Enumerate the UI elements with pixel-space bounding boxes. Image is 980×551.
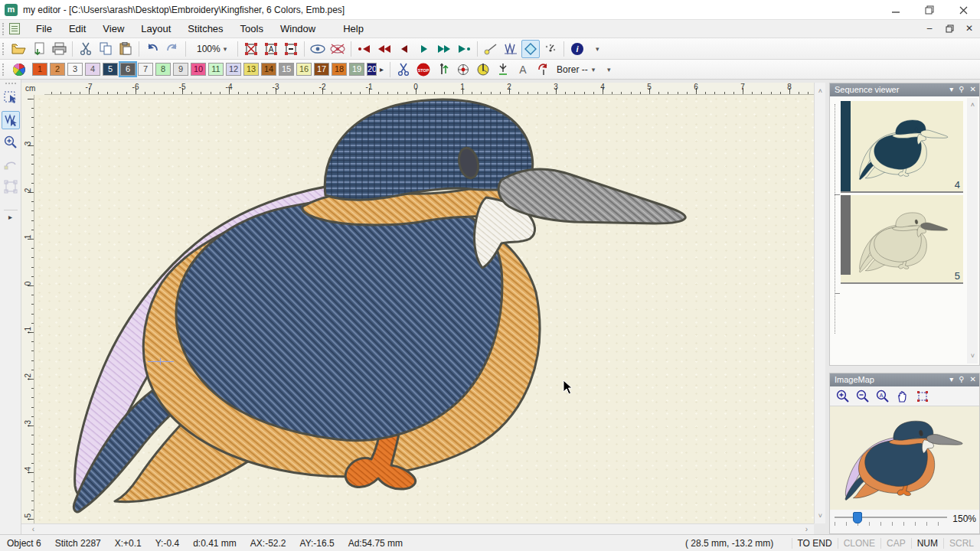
transform-tool-button[interactable] (2, 178, 20, 196)
toolbar-overflow-button[interactable]: ▾ (588, 40, 606, 58)
measure-tool-button[interactable] (482, 40, 500, 58)
hoop-minus-button[interactable] (282, 40, 300, 58)
borer-dropdown[interactable]: Borer --▾ (553, 64, 599, 75)
imagemap-preview[interactable] (830, 406, 979, 510)
color-wheel-icon[interactable] (10, 60, 28, 79)
undo-button[interactable] (143, 40, 162, 58)
mdi-minimize-button[interactable]: – (922, 21, 937, 35)
lefttools-grip[interactable] (5, 83, 16, 84)
pan-hand-icon[interactable] (896, 390, 910, 403)
canvas-vertical-scrollbar[interactable]: ˄ ˅ (814, 83, 825, 523)
back-one-button[interactable] (395, 40, 413, 58)
thread-color-17[interactable]: 17 (314, 63, 329, 76)
go-end-button[interactable] (455, 40, 473, 58)
rotate-button[interactable] (534, 60, 552, 79)
zoom-in-icon[interactable] (836, 390, 850, 403)
thread-color-5[interactable]: 5 (103, 63, 118, 76)
mode-clone[interactable]: CLONE (838, 538, 880, 549)
sequin-button[interactable] (474, 60, 492, 79)
trim-button[interactable] (394, 60, 413, 79)
stitch-select-tool-button[interactable] (2, 111, 20, 129)
menu-layout[interactable]: Layout (132, 21, 179, 37)
thread-color-4[interactable]: 4 (85, 63, 100, 76)
hide-stitches-eye-button[interactable] (328, 40, 347, 58)
shape-view-button[interactable] (521, 40, 540, 58)
zoom-tool-button[interactable] (2, 133, 20, 152)
scroll-left-arrow[interactable]: ‹ (28, 524, 39, 535)
thread-color-13[interactable]: 13 (243, 63, 259, 76)
go-start-button[interactable] (355, 40, 374, 58)
scroll-up-arrow[interactable]: ˄ (815, 86, 826, 97)
stitch-density-button[interactable] (501, 40, 520, 58)
print-button[interactable] (50, 40, 68, 58)
mdi-close-button[interactable]: ✕ (962, 21, 977, 35)
back-fast-button[interactable] (375, 40, 394, 58)
pin-icon[interactable]: ⚲ (959, 85, 964, 93)
menu-view[interactable]: View (94, 21, 132, 37)
close-icon[interactable]: ✕ (970, 375, 976, 383)
hoop-x-button[interactable] (242, 40, 260, 58)
mode-to-end[interactable]: TO END (792, 538, 838, 549)
canvas-horizontal-scrollbar[interactable]: ‹ › (21, 523, 814, 534)
sequence-item-5[interactable]: 5 (841, 195, 963, 284)
thread-color-20[interactable]: 20 (367, 63, 377, 76)
scroll-up-arrow[interactable]: ˄ (967, 99, 978, 111)
panel-menu-icon[interactable]: ▾ (949, 375, 953, 383)
menu-window[interactable]: Window (272, 21, 324, 37)
thread-color-12[interactable]: 12 (226, 63, 241, 76)
mode-scrl[interactable]: SCRL (943, 538, 979, 549)
palette-more-arrow[interactable]: ▸ (380, 65, 384, 73)
thread-color-7[interactable]: 7 (138, 63, 153, 76)
palette-overflow-button[interactable]: ▾ (599, 60, 618, 79)
thread-color-2[interactable]: 2 (50, 63, 65, 76)
select-tool-button[interactable] (2, 89, 20, 107)
scroll-down-arrow[interactable]: ˅ (967, 350, 978, 362)
close-icon[interactable]: ✕ (970, 85, 976, 93)
open-file-button[interactable] (10, 40, 28, 58)
restore-button[interactable] (913, 0, 946, 20)
needle-down-button[interactable] (494, 60, 512, 79)
thread-color-18[interactable]: 18 (332, 63, 347, 76)
mode-cap[interactable]: CAP (880, 538, 911, 549)
info-button[interactable]: i (568, 40, 586, 58)
menu-stitches[interactable]: Stitches (179, 21, 231, 37)
panel-menu-icon[interactable]: ▾ (949, 85, 953, 93)
imagemap-titlebar[interactable]: ImageMap ▾ ⚲ ✕ (830, 373, 979, 386)
menu-help[interactable]: Help (335, 21, 372, 37)
zoom-out-icon[interactable] (856, 390, 870, 403)
close-button[interactable] (946, 0, 980, 20)
thread-color-14[interactable]: 14 (261, 63, 276, 76)
thread-color-11[interactable]: 11 (208, 63, 224, 76)
design-canvas[interactable] (34, 95, 814, 523)
save-export-button[interactable] (30, 40, 48, 58)
slider-thumb[interactable] (853, 512, 862, 523)
zoom-level-dropdown[interactable]: 100%▾ (192, 42, 231, 56)
sequence-scrollbar[interactable]: ˄ ˅ (967, 98, 978, 364)
mode-num[interactable]: NUM (911, 538, 943, 549)
needle-up-button[interactable] (434, 60, 452, 79)
pin-icon[interactable]: ⚲ (959, 375, 964, 383)
menubar-grip[interactable] (2, 23, 6, 35)
sequence-item-4[interactable]: 4 (841, 101, 963, 193)
simulate-button[interactable] (541, 40, 560, 58)
thread-color-15[interactable]: 15 (279, 63, 294, 76)
zoom-actual-icon[interactable]: A (876, 390, 890, 403)
reshape-tool-button[interactable] (2, 155, 20, 174)
thread-color-10[interactable]: 10 (191, 63, 206, 76)
hoop-a-button[interactable]: A (262, 40, 280, 58)
sequence-viewer-titlebar[interactable]: Sequence viewer ▾ ⚲ ✕ (830, 83, 979, 96)
thread-color-9[interactable]: 9 (173, 63, 188, 76)
paste-button[interactable] (116, 40, 135, 58)
thread-color-16[interactable]: 16 (296, 63, 312, 76)
copy-button[interactable] (96, 40, 115, 58)
needle-point-button[interactable] (454, 60, 472, 79)
mdi-restore-button[interactable] (942, 21, 957, 35)
palette-grip[interactable] (2, 64, 6, 76)
show-stitches-eye-button[interactable] (309, 40, 327, 58)
menu-edit[interactable]: Edit (60, 21, 94, 37)
lefttools-expand-button[interactable]: ▸ (4, 210, 18, 221)
fit-selection-icon[interactable] (916, 390, 929, 403)
minimize-button[interactable] (879, 0, 913, 20)
lettering-button[interactable]: A (514, 60, 532, 79)
cut-button[interactable] (77, 40, 95, 58)
